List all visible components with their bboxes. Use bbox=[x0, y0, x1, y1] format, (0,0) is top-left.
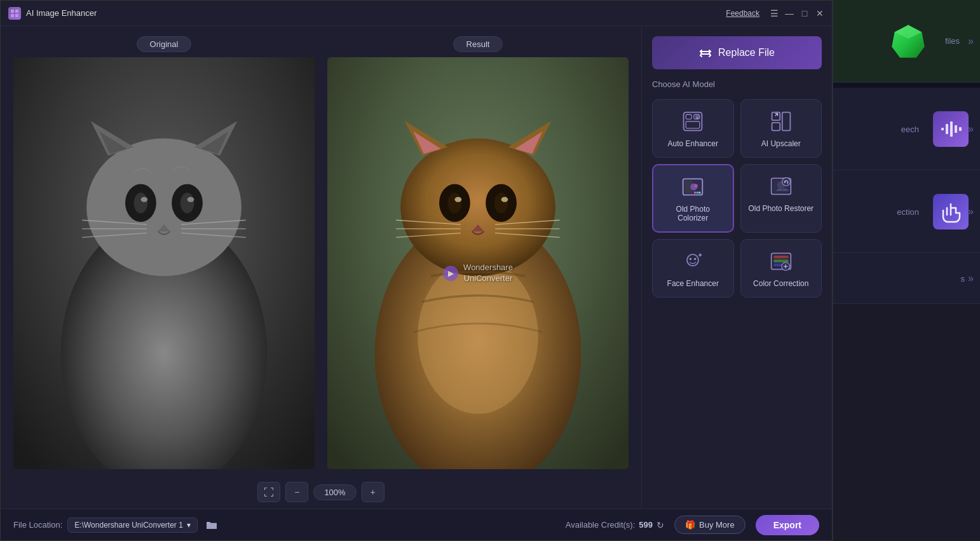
ai-upscaler-label: AI Upscaler bbox=[761, 139, 801, 148]
auto-enhancer-icon: ⊕ bbox=[680, 109, 705, 134]
model-card-old-photo-colorizer[interactable]: Old Photo Colorizer bbox=[652, 164, 734, 233]
sidebar-chevron-correction: » bbox=[968, 206, 974, 217]
sidebar-item-correction[interactable]: ection » bbox=[833, 170, 980, 253]
old-photo-restorer-label: Old Photo Restorer bbox=[748, 204, 813, 213]
zoom-out-button[interactable]: − bbox=[285, 482, 308, 502]
title-bar-left: AI Image Enhancer bbox=[8, 7, 97, 20]
svg-point-69 bbox=[690, 258, 692, 261]
minimize-button[interactable]: — bbox=[785, 9, 794, 18]
sidebar-item-1[interactable]: files » bbox=[833, 0, 980, 83]
model-card-face-enhancer[interactable]: Face Enhancer bbox=[652, 239, 734, 298]
content-area: Original bbox=[1, 26, 832, 509]
main-window: AI Image Enhancer Feedback ☰ — □ ✕ Origi… bbox=[0, 0, 833, 541]
right-sidebar: files » eech » ection bbox=[833, 0, 980, 541]
sidebar-item-4[interactable]: s » bbox=[833, 253, 980, 304]
svg-rect-48 bbox=[686, 114, 691, 119]
sidebar-item-speech-label: eech bbox=[843, 124, 924, 134]
feedback-link[interactable]: Feedback bbox=[726, 9, 759, 18]
choose-model-label: Choose AI Model bbox=[652, 79, 822, 89]
browse-folder-button[interactable] bbox=[203, 516, 221, 534]
svg-rect-82 bbox=[955, 125, 957, 133]
svg-rect-1 bbox=[15, 10, 18, 13]
location-dropdown[interactable]: E:\Wondershare UniConverter 1 ▾ bbox=[67, 517, 198, 533]
sidebar-item-speech[interactable]: eech » bbox=[833, 88, 980, 170]
auto-enhancer-label: Auto Enhancer bbox=[668, 139, 718, 148]
original-image-frame bbox=[13, 57, 315, 469]
buy-more-button[interactable]: 🎁 Buy More bbox=[674, 516, 745, 534]
svg-rect-73 bbox=[773, 259, 788, 263]
old-photo-colorizer-label: Old Photo Colorizer bbox=[660, 205, 726, 223]
svg-rect-80 bbox=[946, 124, 948, 134]
watermark-icon: ▶ bbox=[443, 266, 458, 281]
svg-point-67 bbox=[782, 178, 791, 186]
sidebar-item-4-label: s bbox=[843, 273, 970, 284]
close-button[interactable]: ✕ bbox=[815, 9, 824, 18]
original-image bbox=[13, 57, 315, 469]
credits-value: 599 bbox=[639, 520, 653, 530]
export-button[interactable]: Export bbox=[756, 515, 819, 535]
sidebar-chevron-4: » bbox=[968, 273, 974, 284]
sidebar-chevron-speech: » bbox=[968, 123, 974, 135]
svg-rect-81 bbox=[950, 121, 953, 137]
bottom-right: Available Credit(s): 599 ↻ 🎁 Buy More Ex… bbox=[566, 515, 819, 535]
svg-rect-3 bbox=[15, 14, 18, 17]
model-card-ai-upscaler[interactable]: AI Upscaler bbox=[740, 99, 822, 158]
color-correction-icon bbox=[768, 249, 794, 274]
replace-file-button[interactable]: Replace File bbox=[652, 36, 822, 69]
model-card-color-correction[interactable]: Color Correction bbox=[740, 239, 822, 298]
dropdown-arrow-icon: ▾ bbox=[187, 521, 191, 530]
svg-point-14 bbox=[180, 193, 194, 214]
original-panel: Original bbox=[13, 36, 315, 469]
result-image: ▶ Wondershare UniConverter bbox=[327, 57, 629, 469]
svg-rect-50 bbox=[686, 121, 700, 128]
sidebar-item-1-icon bbox=[889, 22, 927, 60]
app-title: AI Image Enhancer bbox=[26, 8, 97, 18]
result-image-frame: ▶ Wondershare UniConverter bbox=[327, 57, 629, 469]
model-card-old-photo-restorer[interactable]: Old Photo Restorer bbox=[740, 164, 822, 233]
zoom-in-button[interactable]: + bbox=[362, 482, 385, 502]
svg-point-68 bbox=[687, 254, 698, 266]
svg-point-27 bbox=[400, 139, 555, 277]
svg-point-70 bbox=[694, 258, 697, 261]
watermark: ▶ Wondershare UniConverter bbox=[443, 263, 513, 284]
ai-upscaler-icon bbox=[768, 109, 794, 134]
svg-point-62 bbox=[697, 191, 699, 194]
svg-point-60 bbox=[695, 184, 698, 188]
image-panels: Original bbox=[1, 26, 641, 509]
file-location-label: File Location: bbox=[13, 520, 62, 530]
file-location: File Location: E:\Wondershare UniConvert… bbox=[13, 516, 221, 534]
svg-rect-54 bbox=[782, 113, 791, 131]
svg-rect-79 bbox=[941, 128, 944, 130]
right-panel: Replace File Choose AI Model ⊕ bbox=[641, 26, 832, 509]
original-label: Original bbox=[137, 36, 192, 52]
model-card-auto-enhancer[interactable]: ⊕ Auto Enhancer bbox=[652, 99, 734, 158]
refresh-credits-button[interactable]: ↻ bbox=[657, 520, 664, 530]
svg-point-36 bbox=[454, 197, 461, 202]
face-enhancer-label: Face Enhancer bbox=[667, 279, 719, 288]
svg-point-63 bbox=[698, 191, 701, 194]
svg-rect-83 bbox=[959, 127, 962, 131]
credits-info: Available Credit(s): 599 ↻ bbox=[566, 520, 664, 530]
sidebar-item-correction-icon bbox=[932, 193, 970, 231]
old-photo-colorizer-icon bbox=[680, 174, 705, 200]
bottom-bar: File Location: E:\Wondershare UniConvert… bbox=[1, 509, 832, 540]
maximize-button[interactable]: □ bbox=[800, 9, 809, 18]
svg-rect-2 bbox=[11, 14, 14, 17]
svg-point-15 bbox=[140, 197, 147, 202]
sidebar-item-speech-icon bbox=[932, 110, 970, 148]
svg-point-35 bbox=[494, 193, 508, 214]
app-icon bbox=[8, 7, 21, 20]
watermark-text: Wondershare UniConverter bbox=[463, 263, 513, 284]
zoom-fit-button[interactable] bbox=[257, 482, 280, 502]
title-bar: AI Image Enhancer Feedback ☰ — □ ✕ bbox=[1, 1, 832, 26]
buy-more-icon: 🎁 bbox=[685, 520, 695, 530]
svg-point-34 bbox=[448, 193, 462, 214]
svg-point-16 bbox=[187, 197, 194, 202]
face-enhancer-icon bbox=[680, 249, 705, 274]
svg-point-13 bbox=[134, 193, 148, 214]
menu-button[interactable]: ☰ bbox=[770, 9, 779, 18]
zoom-controls: − 100% + bbox=[13, 476, 629, 509]
zoom-value: 100% bbox=[313, 484, 356, 500]
sidebar-item-correction-label: ection bbox=[843, 207, 924, 217]
svg-point-37 bbox=[501, 197, 508, 202]
